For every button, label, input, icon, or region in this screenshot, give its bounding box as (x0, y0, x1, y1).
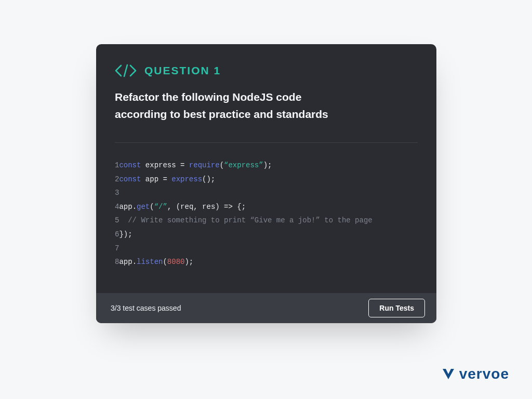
brand-logo: vervoe (442, 366, 509, 382)
svg-line-0 (124, 65, 127, 76)
question-header: QUESTION 1 (115, 64, 418, 77)
code-icon (115, 64, 137, 77)
question-prompt: Refactor the following NodeJS code accor… (115, 89, 406, 123)
code-editor[interactable]: 1const express = require(“express”); 2co… (115, 158, 418, 283)
prompt-line-1: Refactor the following NodeJS code (115, 91, 301, 103)
run-tests-button[interactable]: Run Tests (368, 299, 425, 317)
test-status: 3/3 test cases passed (111, 304, 181, 312)
prompt-line-2: according to best practice and standards (115, 108, 328, 120)
svg-marker-1 (443, 369, 454, 379)
brand-mark-icon (442, 367, 455, 381)
question-title: QUESTION 1 (144, 64, 221, 77)
question-card: QUESTION 1 Refactor the following NodeJS… (96, 44, 436, 323)
brand-name: vervoe (459, 366, 509, 382)
divider (115, 142, 418, 143)
question-card-body: QUESTION 1 Refactor the following NodeJS… (96, 44, 436, 293)
card-footer: 3/3 test cases passed Run Tests (96, 293, 436, 323)
